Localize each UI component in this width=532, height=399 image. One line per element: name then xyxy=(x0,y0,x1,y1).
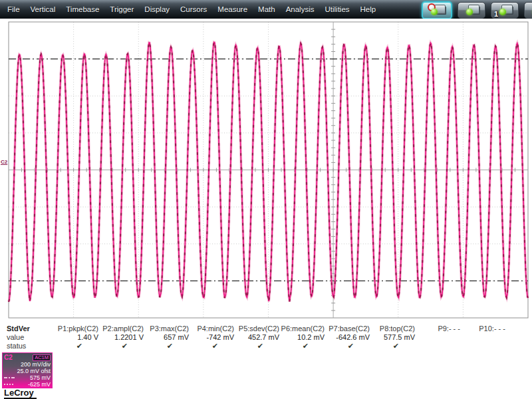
top-level-value: 575 mV xyxy=(16,374,51,381)
measure-status-P2: ✔ xyxy=(98,342,144,350)
menu-items: FileVerticalTimebaseTriggerDisplayCursor… xyxy=(0,0,381,19)
measure-label-P10[interactable]: P10:- - - xyxy=(460,325,505,333)
display-button[interactable] xyxy=(458,2,485,19)
menu-help[interactable]: Help xyxy=(355,5,382,13)
menu-bar: FileVerticalTimebaseTriggerDisplayCursor… xyxy=(0,0,532,19)
measure-label-P7[interactable]: P7:base(C2) xyxy=(325,325,370,333)
coupling-badge: AC1M xyxy=(33,354,51,361)
measure-value-P3: 657 mV xyxy=(144,333,189,342)
channel-offset: 25.0 mV ofst xyxy=(4,368,51,374)
green-orb-icon xyxy=(499,9,506,15)
measure-value-P1: 1.40 V xyxy=(53,333,98,342)
measure-label-P1[interactable]: P1:pkpk(C2) xyxy=(53,325,98,333)
menu-cursors[interactable]: Cursors xyxy=(175,5,212,13)
measure-status-P4: ✔ xyxy=(189,342,234,350)
menu-file[interactable]: File xyxy=(2,5,25,13)
measure-value-P9 xyxy=(415,333,460,342)
measure-label-P9[interactable]: P9:- - - xyxy=(415,325,460,333)
menu-math[interactable]: Math xyxy=(253,5,281,13)
channel-scale: 200 mV/div xyxy=(4,361,51,368)
measure-value-P6: 10.2 mV xyxy=(279,333,325,342)
measure-value-P10 xyxy=(460,333,505,342)
menu-display[interactable]: Display xyxy=(139,5,175,13)
measure-label-P8[interactable]: P8:top(C2) xyxy=(370,325,415,333)
channel-c2-offset-marker[interactable]: C2 xyxy=(1,159,7,165)
measure-value-P8: 577.5 mV xyxy=(370,333,415,342)
measure-value-P4: -742 mV xyxy=(189,333,234,342)
menu-trigger[interactable]: Trigger xyxy=(104,5,139,13)
scope-grid-svg xyxy=(0,19,532,319)
menu-utilities[interactable]: Utilities xyxy=(319,5,354,13)
menu-measure[interactable]: Measure xyxy=(212,5,253,13)
measure-status-P8: ✔ xyxy=(370,342,415,350)
measure-value-P2: 1.2201 V xyxy=(98,333,144,342)
measure-label-P2[interactable]: P2:ampl(C2) xyxy=(98,325,144,333)
green-orb-icon xyxy=(431,9,438,15)
base-level-line-icon xyxy=(4,384,15,385)
measure-value-P5: 452.7 mV xyxy=(234,333,279,342)
measure-row-header-status: status xyxy=(0,342,53,350)
display-button-1[interactable]: 1 xyxy=(491,2,519,19)
clock-display-button[interactable] xyxy=(422,1,452,19)
lecroy-logo: LeCroy xyxy=(4,388,37,399)
button-number-label: 1 xyxy=(494,10,498,18)
waveform-display: C2 xyxy=(0,19,532,319)
menu-analysis[interactable]: Analysis xyxy=(281,5,320,13)
measure-status-P7: ✔ xyxy=(325,342,370,350)
measure-status-P1: ✔ xyxy=(53,342,98,350)
channel-name: C2 xyxy=(4,354,13,361)
menu-vertical[interactable]: Vertical xyxy=(25,5,61,13)
display-button-partial[interactable] xyxy=(524,2,532,19)
green-orb-icon xyxy=(466,9,473,15)
measure-row-header-value: value xyxy=(0,333,53,342)
top-level-line-icon xyxy=(4,377,15,378)
c2-waveform-trace xyxy=(9,43,528,302)
measure-value-P7: -642.6 mV xyxy=(325,333,370,342)
menu-timebase[interactable]: Timebase xyxy=(61,5,104,13)
measure-row-header-label: StdVer xyxy=(0,325,53,333)
measure-status-P9 xyxy=(415,342,460,350)
measure-status-P10 xyxy=(460,342,505,350)
base-level-value: -625 mV xyxy=(16,381,51,388)
measure-label-P3[interactable]: P3:max(C2) xyxy=(144,325,189,333)
measurement-table: StdVerP1:pkpk(C2)P2:ampl(C2)P3:max(C2)P4… xyxy=(0,319,532,361)
measure-status-P3: ✔ xyxy=(144,342,189,350)
measure-label-P5[interactable]: P5:sdev(C2) xyxy=(234,325,279,333)
toolbar: 1 xyxy=(422,1,532,19)
measure-status-P5: ✔ xyxy=(234,342,279,350)
measure-label-P4[interactable]: P4:min(C2) xyxy=(189,325,234,333)
measure-label-P6[interactable]: P6:mean(C2) xyxy=(279,325,325,333)
channel-descriptor-c2[interactable]: C2 AC1M 200 mV/div 25.0 mV ofst 575 mV -… xyxy=(2,352,53,388)
measure-status-P6: ✔ xyxy=(279,342,325,350)
